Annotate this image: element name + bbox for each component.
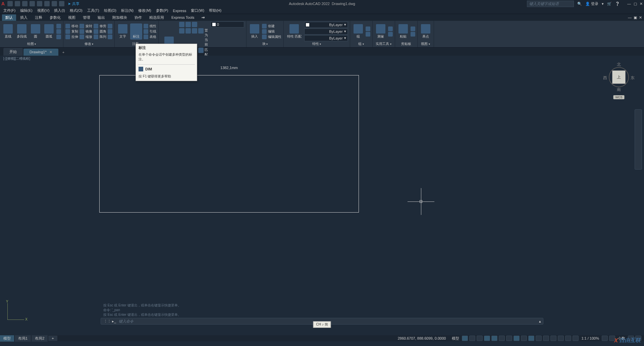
- selection-cycling-toggle[interactable]: [550, 336, 556, 341]
- isodraft-toggle[interactable]: [506, 336, 512, 341]
- menu-format[interactable]: 格式(O): [70, 8, 83, 13]
- qat-plot-icon[interactable]: [44, 1, 50, 6]
- ribbon-tab-parametric[interactable]: 参数化: [46, 14, 64, 21]
- ribbon-tab-view[interactable]: 视图: [65, 14, 79, 21]
- matchprop-button[interactable]: 特性 匹配: [286, 23, 303, 40]
- menu-window[interactable]: 窗口(W): [191, 8, 204, 13]
- copy-button[interactable]: 复制: [65, 29, 78, 34]
- viewcube-south[interactable]: 南: [617, 87, 621, 93]
- laylck-icon[interactable]: [198, 28, 204, 34]
- otrack-toggle[interactable]: [528, 336, 534, 341]
- minimize-icon[interactable]: —: [627, 2, 631, 6]
- draw-ext2[interactable]: [56, 29, 61, 34]
- qat-redo-icon[interactable]: [59, 1, 64, 6]
- measure-button[interactable]: 测量: [375, 23, 387, 40]
- paste-button[interactable]: 粘贴: [397, 23, 409, 40]
- menu-help[interactable]: 帮助(H): [209, 8, 221, 13]
- viewcube-west[interactable]: 西: [603, 75, 607, 81]
- menu-insert[interactable]: 插入(I): [54, 8, 65, 13]
- panel-block-title[interactable]: 块: [249, 41, 281, 47]
- viewcube[interactable]: 北 南 西 东 上 WCS: [604, 59, 634, 99]
- hardware-accel-toggle[interactable]: [602, 336, 608, 341]
- color-dropdown[interactable]: ByLayer▾: [304, 22, 348, 28]
- ribbon-tab-home[interactable]: 默认: [2, 14, 16, 21]
- space-indicator[interactable]: 模型: [450, 336, 461, 341]
- viewcube-north[interactable]: 北: [617, 62, 621, 67]
- dynamic-input-toggle[interactable]: [484, 336, 490, 341]
- menu-draw[interactable]: 绘图(D): [104, 8, 116, 13]
- modify-ext3[interactable]: [108, 35, 112, 39]
- lineweight-toggle[interactable]: [536, 336, 542, 341]
- util-ext1[interactable]: [388, 26, 393, 31]
- ribbon-tab-insert[interactable]: 插入: [17, 14, 31, 21]
- group-button[interactable]: 组: [352, 23, 364, 40]
- ribbon-tab-featured[interactable]: 精选应用: [146, 14, 167, 21]
- menu-express[interactable]: Express: [173, 9, 186, 13]
- qat-undo-icon[interactable]: [52, 1, 57, 6]
- ribbon-tab-extra-icon[interactable]: ▪▾: [198, 15, 208, 20]
- doc-restore-icon[interactable]: ▣: [634, 15, 637, 20]
- battr-button[interactable]: 编辑属性: [262, 35, 281, 39]
- coordinates-display[interactable]: 2860.6707, 888.6099, 0.0000: [398, 336, 446, 340]
- add-tab-button[interactable]: +: [59, 49, 68, 56]
- file-tab-start[interactable]: 开始: [3, 48, 23, 56]
- insert-button[interactable]: 插入: [249, 23, 261, 40]
- model-tab[interactable]: 模型: [0, 335, 14, 342]
- file-tab-drawing1[interactable]: Drawing1*✕: [23, 49, 58, 56]
- osnap-toggle[interactable]: [514, 336, 520, 341]
- menu-tools[interactable]: 工具(T): [87, 8, 99, 13]
- ortho-toggle[interactable]: [491, 336, 497, 341]
- ribbon-tab-express-tools[interactable]: Express Tools: [168, 15, 198, 20]
- 3dosnap-toggle[interactable]: [521, 336, 527, 341]
- help-icon[interactable]: ❔: [615, 2, 620, 6]
- util-ext2[interactable]: [388, 32, 393, 37]
- lineweight-dropdown[interactable]: ByLayer▾: [304, 28, 348, 35]
- cart-icon[interactable]: ▾: [602, 2, 604, 6]
- move-button[interactable]: 移动: [65, 24, 78, 28]
- circle-button[interactable]: 圆: [30, 23, 42, 40]
- login-button[interactable]: 👤 登录: [585, 1, 598, 6]
- layfrz-icon[interactable]: [192, 28, 197, 34]
- doc-minimize-icon[interactable]: —: [628, 15, 632, 20]
- navigation-bar[interactable]: [635, 109, 642, 170]
- ribbon-tab-manage[interactable]: 管理: [79, 14, 94, 21]
- quick-props-toggle[interactable]: [565, 336, 571, 341]
- rectangle-object[interactable]: [99, 75, 359, 213]
- annotation-monitor-toggle[interactable]: [558, 336, 564, 341]
- rotate-button[interactable]: 旋转: [79, 24, 92, 28]
- base-button[interactable]: 基点: [420, 23, 432, 40]
- scale-button[interactable]: 缩放: [79, 35, 92, 39]
- fillet-button[interactable]: 圆角: [94, 29, 106, 34]
- maximize-icon[interactable]: ▢: [634, 2, 637, 6]
- drawing-canvas[interactable]: [-][俯视][二维线框] 1382,1mm 北 南 西 东 上 WCS Y X…: [0, 56, 644, 335]
- panel-view-title[interactable]: 视图: [420, 41, 432, 47]
- panel-group-title[interactable]: 组: [352, 41, 370, 47]
- ribbon-tab-output[interactable]: 输出: [94, 14, 108, 21]
- layout2-tab[interactable]: 布局2: [32, 335, 48, 342]
- line-button[interactable]: 直线: [2, 23, 14, 40]
- qat-open-icon[interactable]: [15, 1, 20, 6]
- layulk-icon[interactable]: [198, 48, 204, 53]
- layer-dropdown[interactable]: 0: [211, 21, 244, 27]
- draw-ext3[interactable]: [56, 35, 61, 39]
- arc-button[interactable]: 圆弧: [43, 23, 55, 40]
- cut-button[interactable]: [411, 26, 415, 31]
- command-expand-icon[interactable]: ▴: [537, 319, 543, 324]
- help-search-input[interactable]: 键入关键字或短语: [527, 1, 574, 7]
- panel-modify-title[interactable]: 修改: [65, 41, 112, 47]
- transparency-toggle[interactable]: [543, 336, 549, 341]
- array-button[interactable]: 阵列: [94, 35, 106, 39]
- layer-lock-icon[interactable]: [192, 22, 197, 27]
- polyline-button[interactable]: 多段线: [15, 23, 28, 40]
- viewcube-top[interactable]: 上: [612, 70, 626, 84]
- search-icon[interactable]: 🔍: [577, 2, 582, 6]
- dimension-button[interactable]: 标注: [130, 23, 142, 40]
- qat-saveas-icon[interactable]: [30, 1, 35, 6]
- leader-button[interactable]: 引线: [144, 29, 156, 34]
- layer-freeze-icon[interactable]: [185, 22, 191, 27]
- modify-ext1[interactable]: [108, 24, 112, 28]
- annotation-scale[interactable]: 1:1 / 100%: [580, 336, 600, 340]
- ribbon-tab-addins[interactable]: 附加模块: [109, 14, 130, 21]
- table-button[interactable]: 表格: [144, 35, 156, 39]
- grid-toggle[interactable]: [462, 336, 468, 341]
